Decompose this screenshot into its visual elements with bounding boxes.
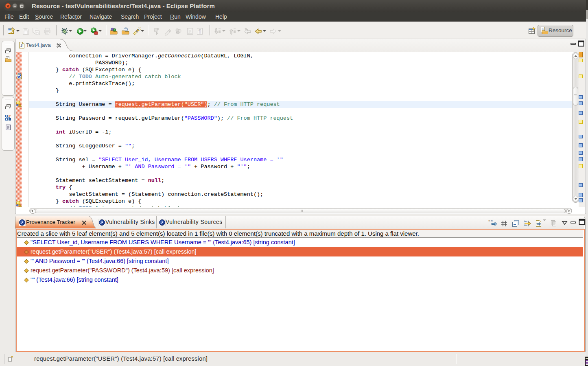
svg-text:J: J (20, 43, 23, 48)
svg-text:“: “ (488, 220, 491, 224)
svg-text:¶: ¶ (199, 28, 201, 34)
